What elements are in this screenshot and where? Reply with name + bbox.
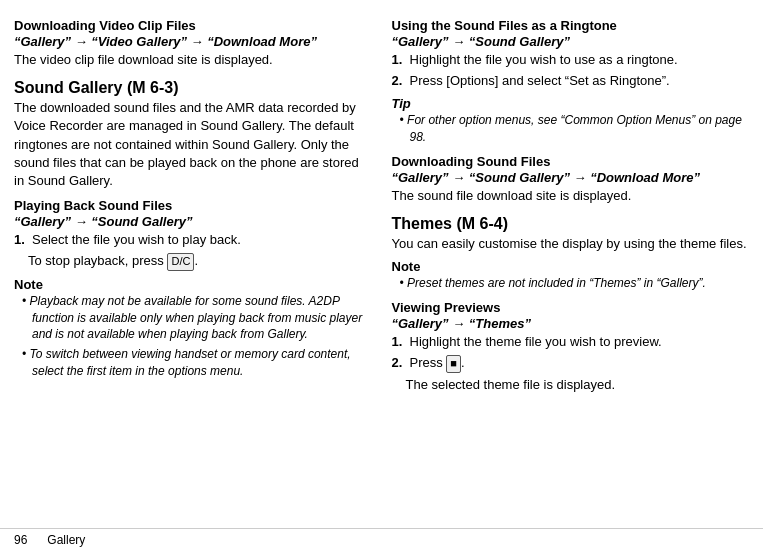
left-step1-text: Select the file you wish to play back. [32,231,372,249]
left-section1-heading: Downloading Video Clip Files [14,18,372,33]
right-step1-text: Highlight the file you wish to use as a … [410,51,750,69]
left-step1-num: 1. [14,231,28,249]
right-section3-heading: Themes (M 6-4) [392,215,750,233]
right-step2-num: 2. [392,72,406,90]
left-step1-sub: To stop playback, press D/C. [28,252,372,270]
right-preview-step2-num: 2. [392,354,406,372]
right-section3-body: You can easily customise the display by … [392,235,750,253]
right-tip-bullet: For other option menus, see “Common Opti… [400,112,750,146]
right-section2-path: “Gallery” → “Sound Gallery” → “Download … [392,170,750,185]
right-preview-step2: 2. Press ■. [392,354,750,372]
footer-title: Gallery [47,533,85,547]
right-note-bullet: Preset themes are not included in “Theme… [400,275,750,292]
right-preview-step2-sub: The selected theme file is displayed. [406,376,750,394]
left-note-label: Note [14,277,372,292]
left-section1-path: “Gallery” → “Video Gallery” → “Download … [14,34,372,49]
left-bullet-2: To switch between viewing handset or mem… [22,346,372,380]
footer-page-number: 96 [14,533,27,547]
left-section1-body: The video clip file download site is dis… [14,51,372,69]
left-step1: 1. Select the file you wish to play back… [14,231,372,249]
right-step2-text: Press [Options] and select “Set as Ringt… [410,72,750,90]
right-section4-heading: Viewing Previews [392,300,750,315]
left-column: Downloading Video Clip Files “Gallery” →… [14,10,372,522]
left-step1-sub-text: To stop playback, press [28,253,164,268]
right-tip-label: Tip [392,96,750,111]
right-section2-heading: Downloading Sound Files [392,154,750,169]
right-section1-path: “Gallery” → “Sound Gallery” [392,34,750,49]
right-step2: 2. Press [Options] and select “Set as Ri… [392,72,750,90]
right-preview-step1-num: 1. [392,333,406,351]
left-section2-heading: Sound Gallery (M 6-3) [14,79,372,97]
right-preview-step2-text: Press ■. [410,354,750,372]
right-preview-step1-text: Highlight the theme file you wish to pre… [410,333,750,351]
right-preview-step1: 1. Highlight the theme file you wish to … [392,333,750,351]
right-section4-path: “Gallery” → “Themes” [392,316,750,331]
page-container: Downloading Video Clip Files “Gallery” →… [0,0,763,551]
left-section3-heading: Playing Back Sound Files [14,198,372,213]
right-section1-heading: Using the Sound Files as a Ringtone [392,18,750,33]
right-step1: 1. Highlight the file you wish to use as… [392,51,750,69]
right-section2-body: The sound file download site is displaye… [392,187,750,205]
right-step1-num: 1. [392,51,406,69]
left-section3-path: “Gallery” → “Sound Gallery” [14,214,372,229]
left-bullet-1: Playback may not be available for some s… [22,293,372,343]
page-footer: 96 Gallery [0,528,763,551]
content-area: Downloading Video Clip Files “Gallery” →… [0,0,763,528]
left-step1-key: D/C [167,253,194,270]
right-column: Using the Sound Files as a Ringtone “Gal… [392,10,750,522]
left-section2-body: The downloaded sound files and the AMR d… [14,99,372,190]
right-note-label: Note [392,259,750,274]
right-preview-step2-key: ■ [446,355,461,372]
